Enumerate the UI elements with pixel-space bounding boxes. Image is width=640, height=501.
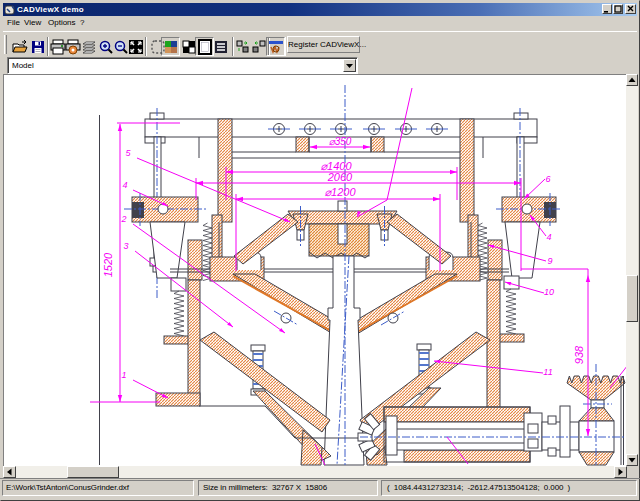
svg-text:⌀350: ⌀350 [329,136,352,147]
svg-text:1520: 1520 [102,252,114,277]
svg-text:1: 1 [121,370,126,380]
svg-text:938: 938 [573,345,585,364]
svg-text:3: 3 [123,241,128,251]
svg-text:4: 4 [122,180,127,190]
svg-text:9: 9 [547,256,552,266]
svg-text:4: 4 [546,232,551,242]
svg-text:5: 5 [125,148,131,158]
svg-text:⌀1200: ⌀1200 [324,186,356,198]
svg-text:10: 10 [544,287,554,297]
svg-text:11: 11 [543,367,552,377]
svg-text:6: 6 [545,174,550,184]
svg-text:2060: 2060 [327,171,353,183]
svg-text:2: 2 [120,214,126,224]
